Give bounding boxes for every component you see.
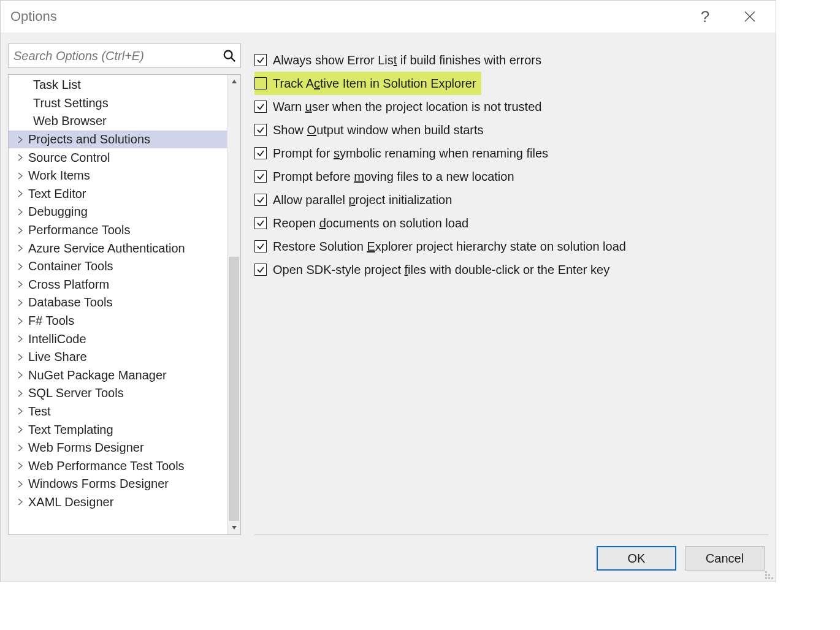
scroll-thumb[interactable] [229, 257, 239, 521]
scroll-down-icon[interactable] [227, 521, 240, 534]
checkbox[interactable] [254, 170, 267, 183]
checkbox[interactable] [254, 124, 267, 136]
expander-icon[interactable] [15, 444, 26, 452]
tree-item[interactable]: Trust Settings [9, 94, 227, 113]
expander-icon[interactable] [15, 390, 26, 397]
expander-icon[interactable] [15, 227, 26, 234]
option-row: Track Active Item in Solution Explorer [254, 72, 481, 95]
tree-item[interactable]: Web Browser [9, 112, 227, 131]
resize-grip-icon[interactable] [765, 571, 774, 580]
option-label[interactable]: Restore Solution Explorer project hierar… [273, 240, 626, 254]
option-label[interactable]: Prompt before moving files to a new loca… [273, 170, 514, 184]
expander-icon[interactable] [15, 245, 26, 252]
tree-item-label: Web Forms Designer [28, 441, 144, 455]
help-icon[interactable]: ? [693, 4, 717, 29]
checkbox[interactable] [254, 77, 267, 89]
option-label[interactable]: Warn user when the project location is n… [273, 100, 541, 114]
search-input[interactable] [8, 44, 241, 68]
option-label[interactable]: Open SDK-style project files with double… [273, 263, 609, 277]
tree-item-label: Projects and Solutions [28, 132, 150, 146]
tree-item[interactable]: IntelliCode [9, 330, 227, 348]
tree-item[interactable]: Performance Tools [9, 221, 227, 240]
option-label[interactable]: Track Active Item in Solution Explorer [273, 77, 476, 91]
tree-item[interactable]: Cross Platform [9, 276, 227, 294]
option-row: Prompt for symbolic renaming when renami… [254, 142, 768, 165]
tree-item-label: Task List [33, 78, 81, 92]
expander-icon[interactable] [15, 480, 26, 488]
expander-icon[interactable] [15, 426, 26, 433]
checkbox[interactable] [254, 101, 267, 113]
tree-item-label: Debugging [28, 205, 88, 219]
tree-item[interactable]: Database Tools [9, 294, 227, 312]
checkbox[interactable] [254, 54, 267, 66]
expander-icon[interactable] [15, 154, 26, 161]
expander-icon[interactable] [15, 462, 26, 469]
checkbox[interactable] [254, 194, 267, 206]
expander-icon[interactable] [15, 172, 26, 180]
tree-scrollbar[interactable] [227, 75, 240, 534]
tree-item[interactable]: Windows Forms Designer [9, 475, 227, 493]
tree-item[interactable]: Azure Service Authentication [9, 239, 227, 257]
tree-item[interactable]: Test [9, 403, 227, 421]
tree-item-label: Test [28, 404, 51, 419]
tree-item-label: NuGet Package Manager [28, 368, 167, 382]
expander-icon[interactable] [15, 208, 26, 216]
expander-icon[interactable] [15, 371, 26, 379]
tree-item[interactable]: Work Items [9, 167, 227, 185]
tree-item-label: Trust Settings [33, 96, 109, 110]
option-label[interactable]: Prompt for symbolic renaming when renami… [273, 146, 548, 161]
ok-button[interactable]: OK [597, 546, 676, 571]
tree-item-label: Azure Service Authentication [28, 241, 185, 256]
option-row: Prompt before moving files to a new loca… [254, 165, 768, 188]
scroll-up-icon[interactable] [227, 75, 240, 88]
tree-item[interactable]: Live Share [9, 348, 227, 366]
checkbox[interactable] [254, 147, 267, 159]
expander-icon[interactable] [15, 354, 26, 361]
tree-item[interactable]: Source Control [9, 148, 227, 167]
option-label[interactable]: Reopen documents on solution load [273, 216, 468, 230]
expander-icon[interactable] [15, 317, 26, 325]
cancel-button[interactable]: Cancel [685, 546, 765, 571]
tree-item[interactable]: Web Forms Designer [9, 439, 227, 457]
expander-icon[interactable] [15, 136, 26, 143]
tree-item[interactable]: F# Tools [9, 312, 227, 330]
expander-icon[interactable] [15, 299, 26, 306]
dialog-buttons: OK Cancel [1, 535, 776, 582]
option-label[interactable]: Show Output window when build starts [273, 123, 484, 137]
expander-icon[interactable] [15, 281, 26, 288]
expander-icon[interactable] [15, 408, 26, 415]
tree-item-label: XAML Designer [28, 495, 113, 509]
svg-point-2 [224, 51, 232, 59]
left-column: Task ListTrust SettingsWeb BrowserProjec… [8, 44, 241, 535]
search-icon[interactable] [223, 49, 236, 63]
tree-item-label: Work Items [28, 169, 90, 183]
checkbox[interactable] [254, 217, 267, 229]
tree-item[interactable]: Text Editor [9, 185, 227, 203]
expander-icon[interactable] [15, 335, 26, 343]
tree-item-label: IntelliCode [28, 332, 86, 346]
expander-icon[interactable] [15, 263, 26, 270]
scroll-track[interactable] [227, 88, 240, 521]
tree-item-label: Live Share [28, 350, 87, 364]
expander-icon[interactable] [15, 190, 26, 197]
tree-item-label: F# Tools [28, 314, 74, 328]
close-icon[interactable] [738, 4, 762, 29]
option-label[interactable]: Always show Error List if build finishes… [273, 53, 541, 67]
tree-item[interactable]: Web Performance Test Tools [9, 457, 227, 475]
tree-item-label: Web Browser [33, 114, 107, 128]
search-wrap [8, 44, 241, 68]
tree-item[interactable]: Projects and Solutions [9, 131, 227, 149]
tree-item[interactable]: SQL Server Tools [9, 384, 227, 403]
tree-item[interactable]: Task List [9, 76, 227, 94]
right-column: Always show Error List if build finishes… [254, 44, 768, 535]
checkbox[interactable] [254, 264, 267, 276]
option-label[interactable]: Allow parallel project initialization [273, 193, 452, 207]
expander-icon[interactable] [15, 498, 26, 506]
checkbox[interactable] [254, 240, 267, 252]
tree-item[interactable]: Text Templating [9, 420, 227, 439]
tree-item[interactable]: Debugging [9, 203, 227, 221]
titlebar: Options ? [1, 1, 776, 32]
tree-item[interactable]: XAML Designer [9, 493, 227, 512]
tree-item[interactable]: Container Tools [9, 257, 227, 276]
tree-item[interactable]: NuGet Package Manager [9, 366, 227, 385]
